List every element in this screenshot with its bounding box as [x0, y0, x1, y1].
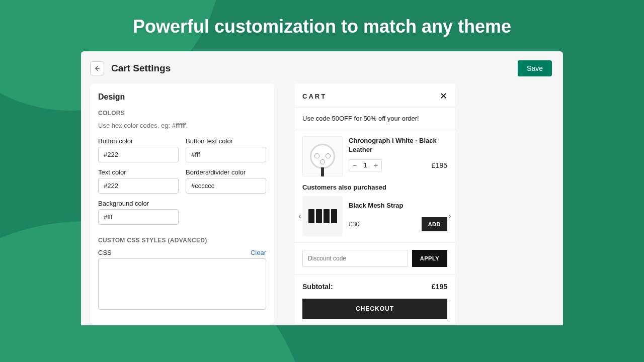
background-color-label: Background color [98, 200, 179, 207]
promo-message: Use code 50OFF for 50% off your order! [294, 108, 455, 129]
close-cart-button[interactable]: ✕ [440, 92, 447, 101]
css-section-label: CUSTOM CSS STYLES (ADVANCED) [98, 237, 266, 244]
hero-title: Powerful customization to match any them… [0, 0, 644, 37]
settings-panel: Cart Settings Save Design COLORS Use hex… [81, 51, 563, 325]
page-title: Cart Settings [111, 63, 171, 74]
back-button[interactable] [90, 61, 104, 75]
upsell-title: Customers also purchased [302, 184, 447, 191]
css-label: CSS [98, 249, 112, 256]
colors-label: COLORS [98, 110, 266, 117]
border-color-input[interactable] [186, 178, 266, 194]
qty-increase-button[interactable]: + [370, 160, 381, 171]
add-upsell-button[interactable]: ADD [422, 217, 447, 231]
chevron-right-icon: › [448, 212, 451, 221]
discount-code-input[interactable] [302, 250, 408, 267]
cart-preview: CART ✕ Use code 50OFF for 50% off your o… [294, 83, 455, 325]
save-button[interactable]: Save [518, 60, 552, 76]
close-icon: ✕ [440, 91, 447, 101]
carousel-prev-button[interactable]: ‹ [295, 212, 304, 221]
button-text-color-input[interactable] [186, 147, 266, 162]
button-text-color-label: Button text color [186, 137, 266, 145]
quantity-stepper: − 1 + [349, 159, 382, 171]
clear-css-link[interactable]: Clear [251, 249, 266, 256]
upsell-name: Black Mesh Strap [349, 202, 447, 209]
background-color-input[interactable] [98, 209, 179, 225]
topbar: Cart Settings Save [81, 51, 563, 83]
button-color-label: Button color [98, 137, 179, 145]
button-color-input[interactable] [98, 147, 179, 162]
text-color-label: Text color [98, 168, 179, 176]
cart-item: Chronograph I White - Black Leather − 1 … [294, 129, 455, 184]
text-color-input[interactable] [98, 178, 179, 194]
subtotal-value: £195 [432, 283, 447, 291]
item-price: £195 [432, 161, 447, 169]
cart-title: CART [302, 93, 327, 100]
colors-help: Use hex color codes, eg: #ffffff. [98, 122, 266, 129]
carousel-next-button[interactable]: › [445, 212, 454, 221]
upsell-price: £30 [349, 220, 360, 228]
design-card: Design COLORS Use hex color codes, eg: #… [90, 83, 274, 325]
chevron-left-icon: ‹ [298, 212, 301, 221]
item-name: Chronograph I White - Black Leather [349, 136, 447, 154]
plus-icon: + [374, 161, 378, 169]
design-heading: Design [98, 93, 266, 102]
border-color-label: Borders/divider color [186, 168, 266, 176]
upsell-image [302, 196, 343, 236]
product-image [302, 136, 343, 176]
checkout-button[interactable]: CHECKOUT [302, 299, 447, 319]
css-textarea[interactable] [98, 258, 266, 310]
minus-icon: − [353, 161, 357, 169]
qty-value: 1 [360, 162, 370, 169]
subtotal-label: Subtotal: [302, 283, 333, 291]
apply-discount-button[interactable]: APPLY [412, 250, 447, 267]
qty-decrease-button[interactable]: − [349, 160, 360, 171]
arrow-left-icon [93, 64, 101, 72]
